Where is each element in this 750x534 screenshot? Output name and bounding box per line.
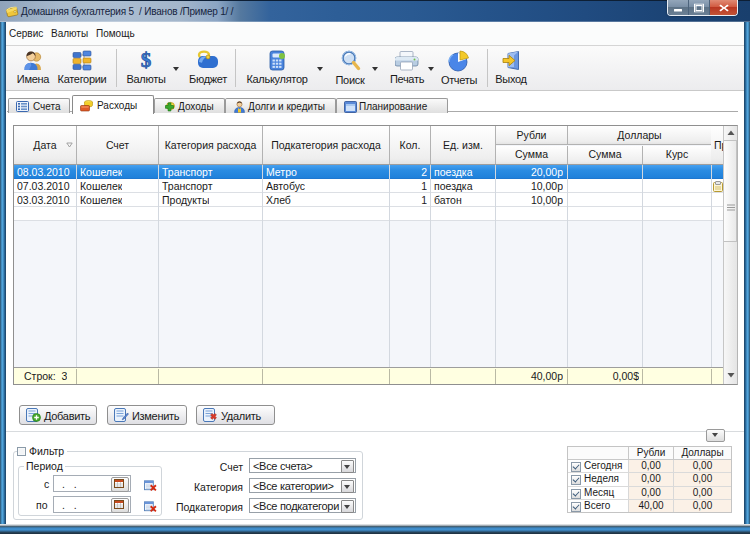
svg-text:$: $ bbox=[141, 50, 152, 71]
